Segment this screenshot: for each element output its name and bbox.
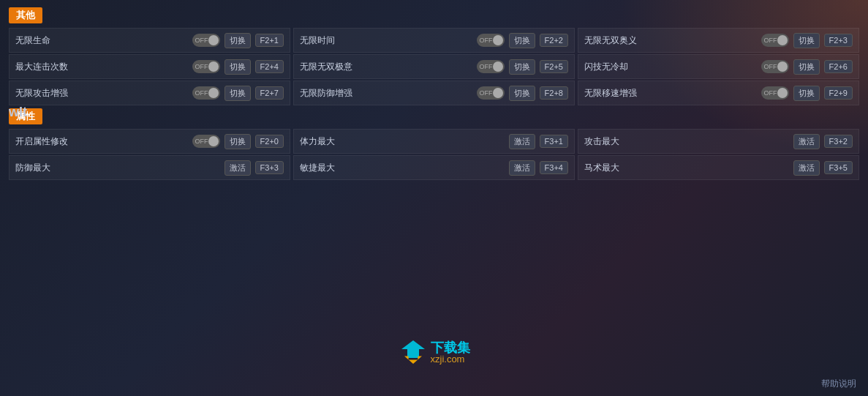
label-max-horsemanship: 马术最大 — [584, 162, 789, 174]
toggle-unlimited-atk-boost[interactable]: OFF — [192, 86, 220, 100]
btn-max-agility[interactable]: 激活 — [509, 160, 535, 176]
section-other-header: 其他 — [9, 7, 42, 23]
toggle-unlimited-life[interactable]: OFF — [192, 34, 220, 47]
svg-marker-0 — [401, 340, 425, 358]
btn-unlimited-musou-extreme[interactable]: 切换 — [509, 59, 535, 75]
label-unlimited-time: 无限时间 — [300, 34, 472, 47]
hotkey-unlimited-musou-extreme: F2+5 — [540, 60, 568, 73]
hotkey-max-attack: F3+2 — [824, 135, 853, 148]
toggle-unlimited-spd-boost[interactable]: OFF — [761, 86, 789, 100]
hotkey-max-horsemanship: F3+5 — [824, 161, 853, 174]
label-unlimited-musou-extreme: 无限无双极意 — [300, 61, 472, 73]
section-other: 其他 无限生命 OFF 切换 F2+1 无限时间 OFF 切换 F2+2 — [9, 7, 859, 105]
hotkey-unlimited-atk-boost: F2+7 — [255, 86, 284, 100]
section-attribute: 属性 开启属性修改 OFF 切换 F2+0 体力最大 激活 F3+1 攻击最大 … — [9, 108, 859, 180]
label-unlimited-def-boost: 无限防御增强 — [300, 87, 472, 100]
btn-unlimited-def-boost[interactable]: 切换 — [509, 86, 535, 101]
row-max-defense: 防御最大 激活 F3+3 — [9, 155, 290, 180]
btn-unlimited-life[interactable]: 切换 — [224, 33, 251, 48]
row-unlimited-musou-extreme: 无限无双极意 OFF 切换 F2+5 — [293, 54, 575, 79]
row-max-agility: 敏捷最大 激活 F3+4 — [293, 155, 575, 180]
btn-unlimited-atk-boost[interactable]: 切换 — [224, 86, 251, 101]
label-enable-attribute: 开启属性修改 — [15, 135, 188, 148]
watermark: 下载集 xzji.com — [399, 337, 470, 367]
row-enable-attribute: 开启属性修改 OFF 切换 F2+0 — [9, 129, 290, 154]
hotkey-unlimited-def-boost: F2+8 — [540, 86, 568, 100]
row-unlimited-time: 无限时间 OFF 切换 F2+2 — [293, 28, 575, 53]
label-unlimited-musou-ogi: 无限无双奥义 — [584, 34, 757, 47]
toggle-unlimited-time[interactable]: OFF — [477, 34, 505, 47]
label-unlimited-life: 无限生命 — [15, 34, 188, 47]
hotkey-unlimited-musou-ogi: F2+3 — [824, 34, 853, 47]
row-max-stamina: 体力最大 激活 F3+1 — [293, 129, 575, 154]
btn-unlimited-musou-ogi[interactable]: 切换 — [793, 33, 820, 48]
btn-max-combo[interactable]: 切换 — [224, 59, 251, 75]
toggle-max-combo[interactable]: OFF — [192, 60, 220, 73]
label-max-combo: 最大连击次数 — [15, 61, 188, 73]
help-link[interactable]: 帮助说明 — [821, 378, 856, 390]
label-unlimited-atk-boost: 无限攻击增强 — [15, 87, 188, 100]
row-max-horsemanship: 马术最大 激活 F3+5 — [578, 155, 859, 180]
row-unlimited-musou-ogi: 无限无双奥义 OFF 切换 F2+3 — [578, 28, 859, 53]
label-unlimited-spd-boost: 无限移速增强 — [584, 87, 757, 100]
section-other-grid: 无限生命 OFF 切换 F2+1 无限时间 OFF 切换 F2+2 无限无双奥义 — [9, 28, 859, 105]
btn-max-defense[interactable]: 激活 — [224, 160, 251, 176]
hotkey-max-combo: F2+4 — [255, 60, 284, 73]
main-content: 其他 无限生命 OFF 切换 F2+1 无限时间 OFF 切换 F2+2 — [0, 0, 868, 190]
label-flash-no-cooldown: 闪技无冷却 — [584, 61, 757, 73]
btn-flash-no-cooldown[interactable]: 切换 — [793, 59, 820, 75]
watermark-icon — [399, 337, 428, 367]
toggle-enable-attribute[interactable]: OFF — [192, 135, 220, 148]
toggle-unlimited-musou-extreme[interactable]: OFF — [477, 60, 505, 73]
row-unlimited-spd-boost: 无限移速增强 OFF 切换 F2+9 — [578, 81, 859, 105]
hotkey-enable-attribute: F2+0 — [255, 135, 284, 148]
label-max-defense: 防御最大 — [15, 162, 220, 174]
label-max-attack: 攻击最大 — [584, 135, 789, 148]
hotkey-max-stamina: F3+1 — [540, 135, 568, 148]
toggle-unlimited-musou-ogi[interactable]: OFF — [761, 34, 789, 47]
label-max-agility: 敏捷最大 — [300, 162, 505, 174]
toggle-flash-no-cooldown[interactable]: OFF — [761, 60, 789, 73]
hotkey-flash-no-cooldown: F2+6 — [824, 60, 853, 73]
label-max-stamina: 体力最大 — [300, 135, 505, 148]
btn-max-stamina[interactable]: 激活 — [509, 134, 535, 149]
btn-unlimited-time[interactable]: 切换 — [509, 33, 535, 48]
hotkey-max-agility: F3+4 — [540, 161, 568, 174]
row-flash-no-cooldown: 闪技无冷却 OFF 切换 F2+6 — [578, 54, 859, 79]
btn-max-attack[interactable]: 激活 — [793, 134, 820, 149]
watermark-text-container: 下载集 xzji.com — [431, 341, 470, 364]
row-unlimited-def-boost: 无限防御增强 OFF 切换 F2+8 — [293, 81, 575, 105]
watermark-line1: 下载集 — [431, 341, 470, 354]
wit-label: wIt — [9, 105, 27, 120]
row-unlimited-atk-boost: 无限攻击增强 OFF 切换 F2+7 — [9, 81, 290, 105]
hotkey-unlimited-life: F2+1 — [255, 34, 284, 47]
row-unlimited-life: 无限生命 OFF 切换 F2+1 — [9, 28, 290, 53]
hotkey-unlimited-time: F2+2 — [540, 34, 568, 47]
row-max-attack: 攻击最大 激活 F3+2 — [578, 129, 859, 154]
btn-max-horsemanship[interactable]: 激活 — [793, 160, 820, 176]
toggle-unlimited-def-boost[interactable]: OFF — [477, 86, 505, 100]
btn-enable-attribute[interactable]: 切换 — [224, 134, 251, 149]
section-attribute-grid: 开启属性修改 OFF 切换 F2+0 体力最大 激活 F3+1 攻击最大 激活 … — [9, 129, 859, 180]
btn-unlimited-spd-boost[interactable]: 切换 — [793, 86, 820, 101]
watermark-line2: xzji.com — [431, 354, 470, 364]
hotkey-unlimited-spd-boost: F2+9 — [824, 86, 853, 100]
hotkey-max-defense: F3+3 — [255, 161, 284, 174]
row-max-combo: 最大连击次数 OFF 切换 F2+4 — [9, 54, 290, 79]
